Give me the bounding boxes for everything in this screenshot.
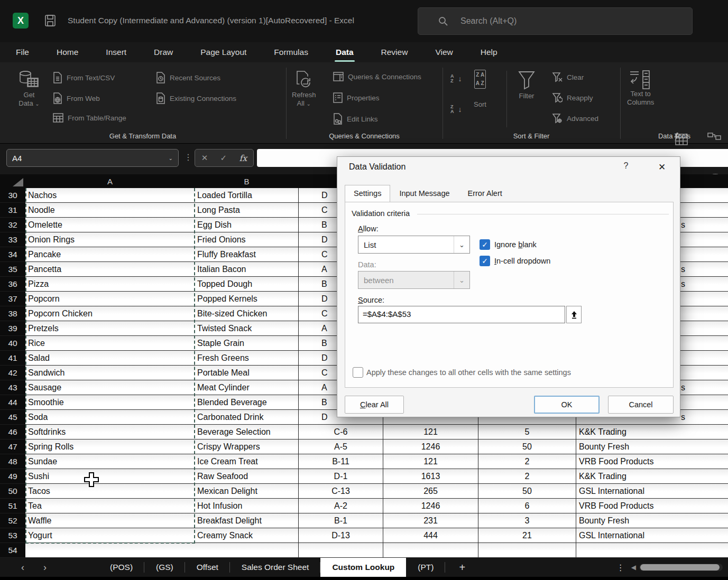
cell[interactable]: Pizza	[25, 277, 195, 292]
cell[interactable]: Ice Cream Treat	[195, 454, 299, 469]
cell[interactable]: VRB Food Products	[576, 499, 728, 513]
horizontal-scrollbar[interactable]: ◀	[631, 558, 728, 577]
cell[interactable]: A-5	[299, 439, 383, 454]
tab-page-layout[interactable]: Page Layout	[200, 44, 246, 62]
cell[interactable]: Rice	[25, 336, 195, 351]
cell[interactable]: K&K Trading	[576, 425, 728, 439]
sort-button[interactable]: ZAAZ Sort	[474, 70, 486, 109]
cell[interactable]: Pretzels	[25, 321, 195, 336]
refresh-all-button[interactable]: Refresh All ⌄	[292, 70, 316, 108]
cell[interactable]: Topped Dough	[195, 277, 299, 292]
confirm-entry-icon[interactable]: ✓	[220, 153, 227, 163]
sheet-nav-prev-icon[interactable]: ‹	[12, 558, 34, 577]
cell[interactable]: Sandwich	[25, 366, 195, 380]
name-box[interactable]: A4 ⌄	[6, 149, 179, 167]
row-header-48[interactable]: 48	[0, 454, 25, 469]
source-input[interactable]: =$A$4:$A$53	[358, 306, 565, 323]
cell[interactable]: Tea	[25, 499, 195, 513]
column-header-B[interactable]: B	[195, 174, 299, 188]
cell[interactable]: 265	[383, 484, 478, 499]
row-header-33[interactable]: 33	[0, 232, 25, 247]
cell[interactable]: 121	[383, 425, 478, 439]
cell[interactable]: Softdrinks	[25, 425, 195, 439]
cell[interactable]: 1246	[383, 499, 478, 513]
cell[interactable]: Sushi	[25, 469, 195, 484]
cell[interactable]	[195, 543, 299, 558]
cell[interactable]: A-2	[299, 499, 383, 513]
row-header-47[interactable]: 47	[0, 439, 25, 454]
cell[interactable]: Bounty Fresh	[576, 513, 728, 528]
row-header-31[interactable]: 31	[0, 203, 25, 218]
tab-home[interactable]: Home	[57, 44, 78, 62]
cancel-entry-icon[interactable]: ✕	[201, 153, 208, 163]
tab-settings[interactable]: Settings	[345, 185, 390, 202]
tab-view[interactable]: View	[435, 44, 453, 62]
cell[interactable]: Tacos	[25, 484, 195, 499]
row-header-44[interactable]: 44	[0, 395, 25, 410]
cell[interactable]: Bite-sized Chicken	[195, 306, 299, 321]
cell[interactable]: Noodle	[25, 203, 195, 218]
help-button[interactable]: ?	[619, 161, 633, 174]
ignore-blank-checkbox[interactable]: ✓	[480, 239, 490, 250]
cell[interactable]: 21	[478, 528, 576, 543]
row-header-46[interactable]: 46	[0, 425, 25, 439]
cell[interactable]: VRB Food Products	[576, 454, 728, 469]
cell[interactable]: Onion Rings	[25, 232, 195, 247]
cell[interactable]: Fluffy Breakfast	[195, 247, 299, 262]
cell[interactable]	[576, 543, 728, 558]
cell[interactable]	[478, 543, 576, 558]
tab-data[interactable]: Data	[336, 44, 354, 62]
cell[interactable]: Pancetta	[25, 262, 195, 277]
tab-formulas[interactable]: Formulas	[274, 44, 308, 62]
cell[interactable]: Crispy Wrappers	[195, 439, 299, 454]
row-header-39[interactable]: 39	[0, 321, 25, 336]
incell-dropdown-checkbox[interactable]: ✓	[480, 256, 490, 266]
insert-function-icon[interactable]: fx	[239, 153, 247, 163]
filter-button[interactable]: Filter	[516, 70, 537, 100]
from-web-button[interactable]: From Web	[53, 92, 100, 104]
sort-za-button[interactable]: ZA↓	[450, 105, 462, 114]
row-header-32[interactable]: 32	[0, 218, 25, 232]
row-header-52[interactable]: 52	[0, 513, 25, 528]
cell[interactable]: Waffle	[25, 513, 195, 528]
row-header-41[interactable]: 41	[0, 351, 25, 366]
cell[interactable]: 231	[383, 513, 478, 528]
cell[interactable]: Nachos	[25, 188, 195, 203]
queries-connections-button[interactable]: Queries & Connections	[333, 72, 421, 81]
cell[interactable]: D-13	[299, 528, 383, 543]
tab-input-message[interactable]: Input Message	[390, 185, 458, 202]
clear-filter-button[interactable]: Clear	[552, 72, 584, 82]
cell[interactable]: 50	[478, 439, 576, 454]
cell[interactable]: Spring Rolls	[25, 439, 195, 454]
cell[interactable]: Popcorn Chicken	[25, 306, 195, 321]
cell[interactable]: Sundae	[25, 454, 195, 469]
cell[interactable]: B-11	[299, 454, 383, 469]
edit-links-button[interactable]: Edit Links	[333, 113, 378, 125]
more-sheets-icon[interactable]: ⋮	[610, 558, 631, 577]
cell[interactable]: 121	[383, 454, 478, 469]
sheet-tab-pos[interactable]: (POS)	[98, 558, 144, 577]
cell[interactable]: D-1	[299, 469, 383, 484]
cell[interactable]: Popcorn	[25, 292, 195, 306]
row-header-42[interactable]: 42	[0, 366, 25, 380]
search-box[interactable]: Search (Alt+Q)	[418, 7, 693, 35]
cell[interactable]: Pancake	[25, 247, 195, 262]
cancel-button[interactable]: Cancel	[608, 396, 674, 414]
from-text-csv-button[interactable]: From Text/CSV	[53, 72, 115, 83]
cell[interactable]	[25, 543, 195, 558]
cell[interactable]: Meat Cylinder	[195, 380, 299, 395]
existing-connections-button[interactable]: Existing Connections	[156, 92, 236, 104]
cell[interactable]: Sausage	[25, 380, 195, 395]
cell[interactable]: Loaded Tortilla	[195, 188, 299, 203]
add-sheet-button[interactable]: +	[445, 558, 479, 577]
text-to-columns-button[interactable]: Text to Columns	[627, 70, 654, 107]
apply-changes-checkbox[interactable]: ✓	[353, 367, 363, 378]
cell[interactable]: Long Pasta	[195, 203, 299, 218]
cell[interactable]: 2	[478, 469, 576, 484]
sheet-tab-custom-lookup[interactable]: Custom Lookup	[320, 558, 406, 577]
cell[interactable]	[383, 543, 478, 558]
select-all-corner[interactable]	[0, 174, 25, 188]
cell[interactable]: Portable Meal	[195, 366, 299, 380]
row-header-40[interactable]: 40	[0, 336, 25, 351]
cell[interactable]: Breakfast Delight	[195, 513, 299, 528]
